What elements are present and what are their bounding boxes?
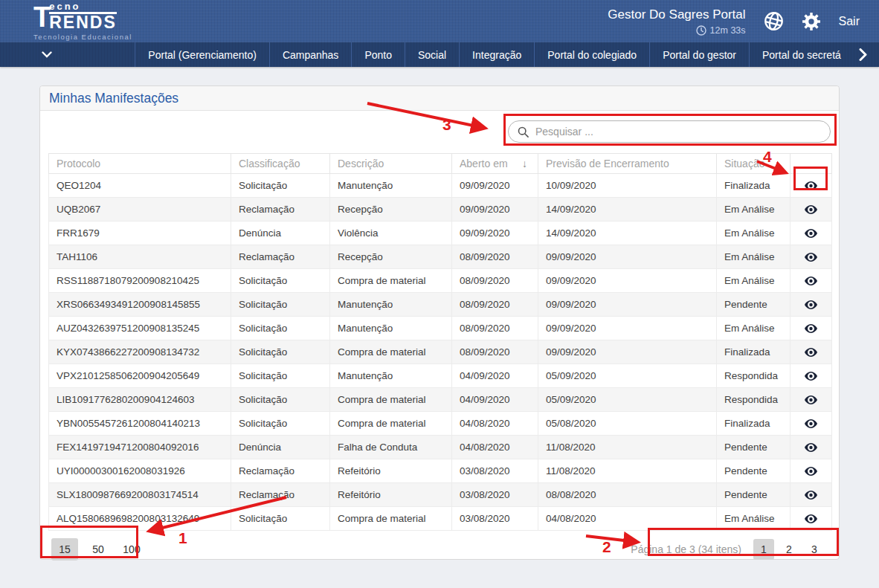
nav-item-portal-gestor[interactable]: Portal do gestor xyxy=(649,42,749,67)
cell-previsao-encerramento: 08/08/2020 xyxy=(538,483,717,507)
view-manifestacao-button[interactable] xyxy=(791,245,832,269)
portal-user-title: Gestor Do Sagres Portal xyxy=(608,7,745,22)
nav-item-social[interactable]: Social xyxy=(405,42,459,67)
table-row: TAH1106 Reclamação Recepção 08/09/2020 0… xyxy=(49,245,832,269)
eye-icon[interactable] xyxy=(805,300,817,309)
nav-item-campanhas[interactable]: Campanhas xyxy=(269,42,352,67)
page-size-50-button[interactable]: 50 xyxy=(85,538,112,560)
page-3-button[interactable]: 3 xyxy=(804,539,825,560)
view-manifestacao-button[interactable] xyxy=(791,222,832,245)
view-manifestacao-button[interactable] xyxy=(791,198,832,222)
eye-icon[interactable] xyxy=(805,443,817,452)
view-manifestacao-button[interactable] xyxy=(791,436,832,459)
view-manifestacao-button[interactable] xyxy=(791,364,832,388)
column-header-descricao[interactable]: Descrição xyxy=(330,154,452,174)
view-manifestacao-button[interactable] xyxy=(791,483,832,507)
cell-classificacao: Solicitação xyxy=(231,507,330,531)
session-timer: 12m 33s xyxy=(710,25,746,36)
eye-icon[interactable] xyxy=(805,372,817,381)
view-manifestacao-button[interactable] xyxy=(791,293,832,317)
page-size-15-button[interactable]: 15 xyxy=(51,538,78,560)
cell-protocolo: ALQ1580689698200803132649 xyxy=(49,507,231,531)
view-manifestacao-button[interactable] xyxy=(791,388,832,412)
cell-previsao-encerramento: 11/08/2020 xyxy=(538,436,717,459)
cell-aberto-em: 04/09/2020 xyxy=(452,364,538,388)
eye-icon[interactable] xyxy=(805,491,817,500)
cell-previsao-encerramento: 09/09/2020 xyxy=(538,293,717,317)
nav-scroll-right-button[interactable] xyxy=(847,42,879,67)
column-header-previsao[interactable]: Previsão de Encerramento xyxy=(538,154,717,174)
table-row: FRR1679 Denúncia Violência 09/09/2020 14… xyxy=(49,222,832,245)
column-header-classificacao[interactable]: Classificação xyxy=(231,154,330,174)
cell-descricao: Manutenção xyxy=(330,364,452,388)
cell-aberto-em: 08/09/2020 xyxy=(452,293,538,317)
page-size-group: 15 50 100 xyxy=(51,538,145,560)
logout-link[interactable]: Sair xyxy=(839,15,860,28)
cell-previsao-encerramento: 14/09/2020 xyxy=(538,222,717,245)
cell-previsao-encerramento: 05/08/2020 xyxy=(538,412,717,436)
globe-icon[interactable] xyxy=(764,11,784,31)
eye-icon[interactable] xyxy=(805,205,817,214)
page-title: Minhas Manifestações xyxy=(49,91,178,106)
column-header-aberto-em[interactable]: ↓ Aberto em xyxy=(452,154,538,174)
eye-icon[interactable] xyxy=(805,181,817,190)
cell-descricao: Compra de material xyxy=(330,507,452,531)
cell-protocolo: UQB2067 xyxy=(49,198,231,222)
eye-icon[interactable] xyxy=(805,514,817,523)
gear-icon[interactable] xyxy=(802,12,821,31)
table-row: UYI00000300162008031926 Reclamação Refei… xyxy=(49,459,832,483)
user-block: Gestor Do Sagres Portal 12m 33s xyxy=(608,7,745,36)
eye-icon[interactable] xyxy=(805,229,817,238)
eye-icon[interactable] xyxy=(805,467,817,476)
cell-aberto-em: 04/08/2020 xyxy=(452,412,538,436)
view-manifestacao-button[interactable] xyxy=(791,340,832,364)
view-manifestacao-button[interactable] xyxy=(791,317,832,340)
eye-icon[interactable] xyxy=(805,348,817,357)
search-input[interactable] xyxy=(535,126,821,138)
eye-icon[interactable] xyxy=(805,324,817,333)
view-manifestacao-button[interactable] xyxy=(791,459,832,483)
search-box[interactable] xyxy=(508,120,831,143)
clock-icon xyxy=(696,25,706,36)
page-1-button[interactable]: 1 xyxy=(753,539,774,560)
view-manifestacao-button[interactable] xyxy=(791,174,832,198)
cell-classificacao: Solicitação xyxy=(231,317,330,340)
cell-situacao: Pendente xyxy=(717,483,791,507)
eye-icon[interactable] xyxy=(805,253,817,262)
nav-menu-toggle[interactable] xyxy=(31,42,63,67)
eye-icon[interactable] xyxy=(805,419,817,428)
cell-descricao: Violência xyxy=(330,222,452,245)
table-row: QEO1204 Solicitação Manutenção 09/09/202… xyxy=(49,174,832,198)
chevron-right-icon xyxy=(859,48,867,61)
nav-item-portal-secretario[interactable]: Portal do secretá xyxy=(749,42,847,67)
cell-classificacao: Reclamação xyxy=(231,245,330,269)
page-size-100-button[interactable]: 100 xyxy=(118,538,145,560)
chevron-down-icon xyxy=(42,51,52,58)
cell-situacao: Finalizada xyxy=(717,412,791,436)
cell-situacao: Finalizada xyxy=(717,174,791,198)
cell-situacao: Finalizada xyxy=(717,340,791,364)
cell-classificacao: Reclamação xyxy=(231,459,330,483)
main-nav: Portal (Gerenciamento) Campanhas Ponto S… xyxy=(0,42,879,67)
cell-previsao-encerramento: 09/09/2020 xyxy=(538,340,717,364)
table-header-row: Protocolo Classificação Descrição ↓ Aber… xyxy=(49,154,832,174)
nav-item-portal-gerenciamento[interactable]: Portal (Gerenciamento) xyxy=(135,42,269,67)
cell-descricao: Recepção xyxy=(330,245,452,269)
nav-item-portal-colegiado[interactable]: Portal do colegiado xyxy=(534,42,649,67)
nav-item-ponto[interactable]: Ponto xyxy=(351,42,405,67)
page-2-button[interactable]: 2 xyxy=(779,539,799,560)
cell-classificacao: Solicitação xyxy=(231,269,330,293)
cell-descricao: Manutenção xyxy=(330,317,452,340)
search-row xyxy=(40,111,839,148)
cell-previsao-encerramento: 05/09/2020 xyxy=(538,364,717,388)
view-manifestacao-button[interactable] xyxy=(791,507,832,531)
nav-item-integracao[interactable]: Integração xyxy=(459,42,534,67)
panel-header: Minhas Manifestações xyxy=(40,86,839,111)
view-manifestacao-button[interactable] xyxy=(791,412,832,436)
column-header-situacao[interactable]: Situação xyxy=(717,154,791,174)
eye-icon[interactable] xyxy=(805,277,817,285)
eye-icon[interactable] xyxy=(805,395,817,404)
cell-descricao: Compra de material xyxy=(330,412,452,436)
view-manifestacao-button[interactable] xyxy=(791,269,832,293)
column-header-protocolo[interactable]: Protocolo xyxy=(49,154,231,174)
